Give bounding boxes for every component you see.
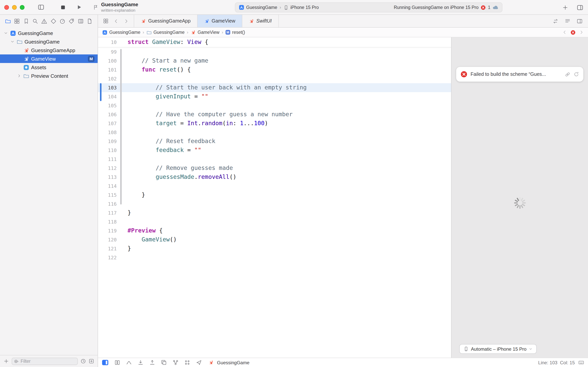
sidebar-item-guessinggameapp[interactable]: GuessingGameApp	[0, 46, 98, 54]
code-line-115[interactable]: 115 }	[98, 191, 451, 200]
tests-navigator-icon[interactable]	[50, 18, 56, 24]
breadcrumb-item-guessinggame[interactable]: GuessingGame	[102, 30, 140, 35]
source-editor[interactable]: 99100 // Start a new game101 func reset(…	[98, 37, 451, 358]
library-add-icon[interactable]	[562, 4, 568, 10]
code-line-106[interactable]: 106 // Have the computer guess a new num…	[98, 110, 451, 119]
project-navigator-icon[interactable]	[5, 18, 11, 24]
swap-editor-icon[interactable]	[553, 18, 558, 24]
breadcrumb-item-reset[interactable]: Mreset()	[226, 30, 245, 35]
code-line-110[interactable]: 110 feedback = ""	[98, 146, 451, 155]
breadcrumb-item-guessinggame[interactable]: GuessingGame	[146, 30, 185, 35]
toggle-inspector-icon[interactable]	[577, 4, 583, 11]
retry-build-icon[interactable]	[574, 72, 579, 77]
diagnostics-icon[interactable]	[565, 71, 571, 77]
sidebar-item-assets[interactable]: Assets	[0, 63, 98, 72]
next-issue-icon[interactable]	[579, 30, 584, 35]
keyboard-icon[interactable]	[578, 360, 584, 366]
code-line-120[interactable]: 120 GameView()	[98, 235, 451, 244]
minimize-window-button[interactable]	[12, 5, 17, 9]
code-line-99[interactable]: 99	[98, 47, 451, 56]
split-editor-icon[interactable]	[577, 18, 583, 24]
run-button[interactable]	[76, 4, 82, 10]
code-line-101[interactable]: 101 func reset() {	[98, 65, 451, 74]
debug-navigator-icon[interactable]	[59, 18, 65, 24]
code-line-107[interactable]: 107 target = Int.random(in: 1...100)	[98, 119, 451, 128]
build-error-notification[interactable]: Failed to build the scheme “Gues...	[456, 67, 583, 82]
preview-device-selector[interactable]: Automatic – iPhone 15 Pro	[459, 344, 537, 354]
sidebar-item-guessinggame[interactable]: GuessingGame	[0, 37, 98, 46]
tab-swiftui[interactable]: SwiftUI	[242, 15, 279, 27]
code-line-104[interactable]: 104 givenInput = ""	[98, 92, 451, 101]
sidebar-item-gameview[interactable]: GameViewM	[0, 54, 98, 63]
breadcrumb: GuessingGame›GuessingGame›GameView›Mrese…	[102, 30, 245, 35]
code-line-116[interactable]: 116	[98, 200, 451, 209]
code-line-117[interactable]: 117}	[98, 209, 451, 217]
columns2-icon[interactable]	[114, 360, 120, 366]
error-count[interactable]: 1	[488, 5, 490, 10]
issue-error-icon[interactable]	[571, 30, 576, 35]
activity-viewer[interactable]: GuessingGame › iPhone 15 Pro Running Gue…	[235, 2, 503, 12]
copy-icon[interactable]	[161, 360, 167, 366]
code-text: guessesMade.removeAll()	[121, 173, 236, 182]
minimap-icon[interactable]	[565, 18, 571, 24]
code-line-121[interactable]: 121}	[98, 244, 451, 253]
breadcrumb-item-gameview[interactable]: GameView	[191, 30, 219, 35]
add-filter-icon[interactable]	[89, 359, 94, 364]
tab-guessinggameapp[interactable]: GuessingGameApp	[134, 15, 198, 27]
toggle-navigator-icon[interactable]	[38, 4, 44, 10]
issues-navigator-icon[interactable]	[42, 18, 47, 24]
code-line-122[interactable]: 122	[98, 253, 451, 262]
go-back-icon[interactable]	[114, 18, 119, 24]
scheme-name[interactable]: GuessingGame	[246, 5, 277, 10]
curve-icon[interactable]	[126, 360, 132, 366]
reports-navigator-icon[interactable]	[78, 18, 84, 24]
bookmarks-navigator-icon[interactable]	[23, 18, 29, 24]
download-icon[interactable]	[138, 360, 143, 366]
error-badge-icon[interactable]	[480, 5, 486, 10]
send-icon[interactable]	[196, 360, 202, 366]
close-window-button[interactable]	[4, 5, 9, 9]
sidebar-item-preview-content[interactable]: Preview Content	[0, 72, 98, 80]
code-line-118[interactable]: 118	[98, 217, 451, 226]
tab-gameview[interactable]: GameView	[198, 15, 242, 27]
source-control-navigator-icon[interactable]	[14, 18, 20, 24]
canvas-icon[interactable]	[102, 359, 109, 366]
line-number: 102	[98, 76, 121, 82]
destination-name[interactable]: iPhone 15 Pro	[291, 5, 319, 10]
stop-button[interactable]	[60, 4, 66, 10]
sidebar-item-guessinggame[interactable]: GuessingGame	[0, 29, 98, 37]
editor-scrollbar[interactable]	[120, 49, 122, 204]
code-line-114[interactable]: 114	[98, 182, 451, 191]
add-file-icon[interactable]	[3, 359, 9, 364]
code-text: feedback = ""	[121, 146, 201, 155]
disclosure-down-icon[interactable]	[10, 40, 15, 43]
code-line-108[interactable]: 108	[98, 128, 451, 137]
find-navigator-icon[interactable]	[32, 18, 38, 24]
recent-files-icon[interactable]	[81, 359, 86, 364]
previous-issue-icon[interactable]	[562, 30, 567, 35]
code-line-105[interactable]: 105	[98, 101, 451, 110]
related-items-icon[interactable]	[103, 18, 109, 24]
code-line-119[interactable]: 119#Preview {	[98, 226, 451, 235]
breakpoints-navigator-icon[interactable]	[69, 18, 75, 24]
code-line-111[interactable]: 111	[98, 155, 451, 164]
code-line-10[interactable]: 10struct GameView: View {	[98, 38, 451, 47]
issue-navigation	[562, 30, 584, 35]
disclosure-down-icon[interactable]	[3, 31, 8, 35]
code-line-102[interactable]: 102	[98, 74, 451, 83]
code-line-113[interactable]: 113 guessesMade.removeAll()	[98, 173, 451, 182]
code-line-103[interactable]: 103 // Start the user back with an empty…	[98, 83, 451, 92]
current-file-label[interactable]: GuessingGame	[217, 360, 250, 365]
filter-field[interactable]: Filter	[12, 358, 78, 365]
flow-icon[interactable]	[173, 360, 178, 366]
code-line-100[interactable]: 100 // Start a new game	[98, 56, 451, 65]
go-forward-icon[interactable]	[124, 18, 129, 24]
gridcirc-icon[interactable]	[184, 360, 190, 366]
zoom-window-button[interactable]	[20, 5, 25, 9]
breadcrumb-label: GuessingGame	[109, 30, 140, 35]
disclosure-right-icon[interactable]	[16, 74, 21, 78]
code-line-112[interactable]: 112 // Remove guesses made	[98, 164, 451, 173]
upload-icon[interactable]	[149, 360, 155, 366]
code-line-109[interactable]: 109 // Reset feedback	[98, 137, 451, 146]
notes-navigator-icon[interactable]	[87, 18, 92, 24]
